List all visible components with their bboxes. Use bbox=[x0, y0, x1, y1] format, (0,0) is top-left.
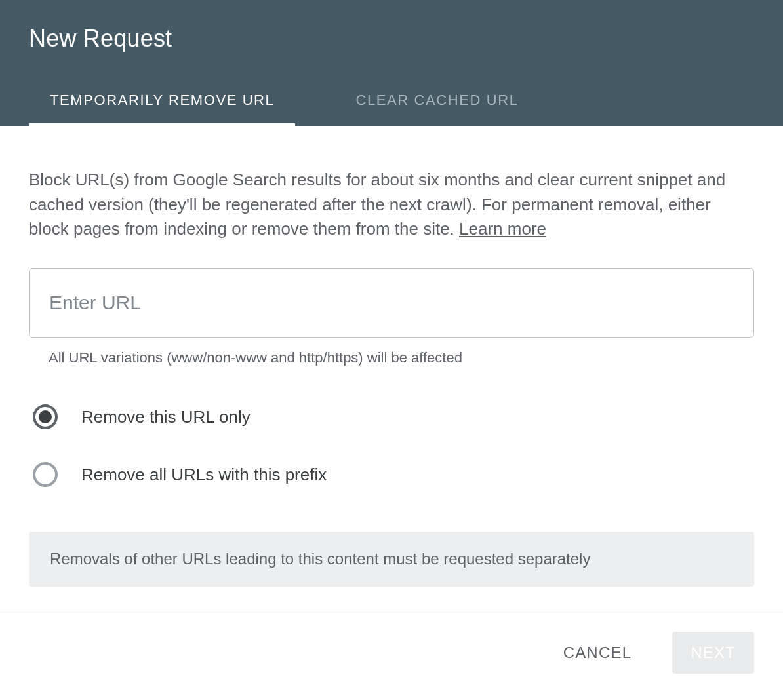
description-text: Block URL(s) from Google Search results … bbox=[29, 168, 754, 242]
radio-remove-this-url-only[interactable]: Remove this URL only bbox=[29, 395, 754, 438]
radio-label: Remove this URL only bbox=[81, 407, 251, 427]
description-body: Block URL(s) from Google Search results … bbox=[29, 170, 725, 239]
dialog-content: Block URL(s) from Google Search results … bbox=[0, 126, 783, 613]
radio-label: Remove all URLs with this prefix bbox=[81, 465, 327, 485]
radio-icon bbox=[33, 404, 58, 429]
radio-icon bbox=[33, 462, 58, 487]
url-input[interactable] bbox=[29, 268, 754, 338]
tab-bar: TEMPORARILY REMOVE URL CLEAR CACHED URL bbox=[29, 80, 754, 126]
dialog-header: New Request TEMPORARILY REMOVE URL CLEAR… bbox=[0, 0, 783, 126]
learn-more-link[interactable]: Learn more bbox=[459, 219, 546, 239]
radio-checked-icon bbox=[39, 410, 52, 423]
tab-temporarily-remove-url[interactable]: TEMPORARILY REMOVE URL bbox=[29, 80, 295, 126]
new-request-dialog: New Request TEMPORARILY REMOVE URL CLEAR… bbox=[0, 0, 783, 700]
removal-scope-radio-group: Remove this URL only Remove all URLs wit… bbox=[29, 395, 754, 496]
tab-clear-cached-url[interactable]: CLEAR CACHED URL bbox=[334, 80, 539, 126]
dialog-footer: CANCEL NEXT bbox=[0, 613, 783, 700]
removal-notice: Removals of other URLs leading to this c… bbox=[29, 532, 754, 587]
next-button[interactable]: NEXT bbox=[672, 632, 754, 674]
cancel-button[interactable]: CANCEL bbox=[545, 632, 651, 674]
url-helper-text: All URL variations (www/non-www and http… bbox=[29, 349, 754, 366]
dialog-title: New Request bbox=[29, 25, 754, 80]
radio-remove-all-urls-with-prefix[interactable]: Remove all URLs with this prefix bbox=[29, 453, 754, 496]
